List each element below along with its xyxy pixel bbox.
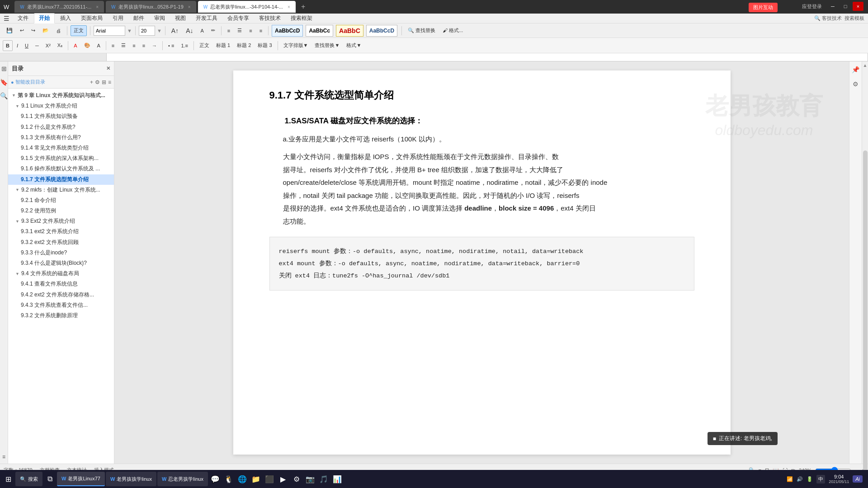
search-panel-icon[interactable]: 🔍: [0, 92, 8, 99]
right-icon-2[interactable]: ⚙: [851, 80, 860, 89]
bookmark-panel-icon[interactable]: 🔖: [0, 79, 8, 86]
start-button[interactable]: ⊞: [2, 473, 14, 485]
tb-icon-terminal[interactable]: ⬛: [263, 473, 276, 485]
nav-item-9-1-6[interactable]: 9.1.6 操作系统默认文件系统及 ...: [8, 164, 114, 174]
style-normal[interactable]: AaBbCcD: [272, 25, 303, 37]
style-3-btn[interactable]: 标题 3: [255, 40, 274, 51]
new-tab-button[interactable]: +: [297, 1, 309, 12]
nav-item-9-3-2b[interactable]: 9.3.2 文件系统删除原理: [8, 310, 114, 321]
ribbon-tab-insert[interactable]: 插入: [56, 14, 75, 23]
nav-item-9-3-4[interactable]: 9.3.4 什么是逻辑块(Block)?: [8, 258, 114, 268]
text-styles-btn[interactable]: 文字排版▼: [281, 40, 311, 51]
ribbon-tab-mail[interactable]: 邮件: [129, 14, 149, 23]
tb-icon-app3[interactable]: 📊: [331, 473, 344, 485]
nav-item-9-3[interactable]: ▼ 9.3 Ext2 文件系统介绍: [8, 216, 114, 226]
find-btn[interactable]: 查找替换▼: [312, 40, 342, 51]
smart-outline-btn[interactable]: ● 智能改目目录: [11, 79, 45, 85]
nav-item-9-3-2[interactable]: 9.3.2 ext2 文件系统回顾: [8, 237, 114, 248]
align-left-btn2[interactable]: ≡: [109, 40, 117, 51]
format-more-btn[interactable]: 格式▼: [344, 40, 364, 51]
bg-color-picker[interactable]: 🎨: [81, 40, 93, 51]
align-right-button[interactable]: ≡: [246, 25, 255, 36]
ribbon-tab-tech[interactable]: 客技技术: [255, 14, 285, 23]
taskbar-item-3[interactable]: W 忍老男孩学linux: [157, 472, 208, 486]
tab-3-close[interactable]: ×: [288, 5, 290, 9]
taskbar-item-1[interactable]: W 老男孩Linux77: [57, 472, 105, 486]
document-area[interactable]: 老男孩教育 oldboyedu.com 9.1.7 文件系统选型简单介绍 1.S…: [114, 61, 849, 464]
taskbar-view-btn[interactable]: ⧉: [43, 473, 56, 485]
nav-item-9-1-7[interactable]: 9.1.7 文件系统选型简单介绍: [8, 174, 114, 185]
nav-item-9-1-2[interactable]: 9.1.2 什么是文件系统?: [8, 122, 114, 132]
ribbon-tab-home[interactable]: 开始: [34, 13, 55, 23]
tab-2-close[interactable]: ×: [188, 5, 191, 9]
tb-icon-app2[interactable]: 🎵: [317, 473, 330, 485]
align-center-btn2[interactable]: ☰: [118, 40, 128, 51]
nav-item-9-3-1[interactable]: 9.3.1 ext2 文件系统介绍: [8, 226, 114, 237]
font-grow-button[interactable]: A↑: [169, 25, 181, 36]
ribbon-tab-member[interactable]: 会员专享: [223, 14, 254, 23]
tb-icon-media[interactable]: ▶: [277, 473, 289, 485]
nav-item-9-4-1[interactable]: 9.4.1 查看文件系统信息: [8, 279, 114, 289]
underline-button[interactable]: U: [22, 40, 31, 51]
nav-item-9-3-3[interactable]: 9.3.3 什么是inode?: [8, 248, 114, 258]
text-effects[interactable]: A: [94, 40, 103, 51]
highlight-button[interactable]: ✏: [208, 25, 218, 36]
save-button[interactable]: 💾: [4, 25, 15, 36]
font-name-input[interactable]: [94, 26, 125, 36]
collapse-panel-btn[interactable]: ≡: [2, 454, 5, 460]
live-button[interactable]: 图片互动: [749, 3, 778, 12]
scroll-up-btn[interactable]: ▲: [863, 61, 868, 69]
nav-item-9-2-1[interactable]: 9.2.1 命令介绍: [8, 195, 114, 206]
nav-item-9-4[interactable]: ▼ 9.4 文件系统的磁盘布局: [8, 268, 114, 279]
tb-icon-qq[interactable]: 🐧: [222, 473, 235, 485]
tab-1[interactable]: W 老男孩Linux77...20210511-... ×: [14, 1, 104, 13]
nav-item-9-1[interactable]: ▼ 9.1 Linux 文件系统介绍: [8, 101, 114, 111]
indent-button[interactable]: →: [149, 40, 160, 51]
style-2-btn[interactable]: 标题 2: [234, 40, 254, 51]
account-btn[interactable]: 应登登录: [802, 3, 822, 10]
tb-icon-settings[interactable]: ⚙: [290, 473, 303, 485]
nav-item-9-1-1[interactable]: 9.1.1 文件系统知识预备: [8, 111, 114, 122]
tb-sound-icon[interactable]: 🔊: [797, 476, 803, 482]
nav-item-9-1-5[interactable]: 9.1.5 文件系统的深入体系架构...: [8, 153, 114, 164]
strikethrough-button[interactable]: ─: [33, 40, 42, 51]
bullet-list-btn[interactable]: • ≡: [165, 40, 177, 51]
tab-1-close[interactable]: ×: [96, 5, 99, 9]
align-right-btn2[interactable]: ≡: [130, 40, 138, 51]
sidebar-close-btn[interactable]: ✕: [106, 66, 110, 71]
justify-button[interactable]: ≡: [257, 25, 265, 36]
outline-list-btn[interactable]: ≡: [108, 79, 111, 85]
style-heading1[interactable]: AaBbCc: [306, 25, 333, 37]
document-page[interactable]: 9.1.7 文件系统选型简单介绍 1.SAS/SATA 磁盘对应文件系统的选择：…: [233, 70, 731, 455]
ribbon-tab-references[interactable]: 引用: [108, 14, 128, 23]
format-brush[interactable]: 🖌 格式...: [440, 25, 466, 36]
font-color-picker[interactable]: A: [71, 40, 80, 51]
nav-item-9-1-3[interactable]: 9.1.3 文件系统有什么用?: [8, 132, 114, 143]
font-shrink-button[interactable]: A↓: [183, 25, 196, 36]
tb-icon-file[interactable]: 📁: [250, 473, 262, 485]
size-dropdown-arrow[interactable]: ▼: [157, 28, 162, 33]
nav-item-9-2[interactable]: ▼ 9.2 mkfs：创建 Linux 文件系统...: [8, 185, 114, 195]
tab-3[interactable]: W 忍老男孩学linux...-34-P104-14-... ×: [198, 1, 296, 13]
ribbon-tab-view[interactable]: 视图: [170, 14, 190, 23]
tab-2[interactable]: W 老男孩孩学linux...0528-P1-19 ×: [106, 1, 196, 13]
subscript-button[interactable]: X₂: [55, 40, 65, 51]
ribbon-tab-dev[interactable]: 开发工具: [191, 14, 222, 23]
normal-view-button[interactable]: 正文: [71, 25, 87, 36]
justify-btn2[interactable]: ≡: [140, 40, 148, 51]
scroll-thumb[interactable]: [863, 150, 868, 488]
style-apply-btn[interactable]: 正文: [197, 40, 212, 51]
numbered-list-btn[interactable]: 1.≡: [178, 40, 191, 51]
style-heading3[interactable]: AaBbCcD: [366, 25, 397, 37]
tb-icon-browser[interactable]: 🌐: [236, 473, 249, 485]
style-heading2[interactable]: AaBbC: [336, 25, 363, 37]
close-button[interactable]: ×: [853, 2, 863, 11]
minimize-button[interactable]: ─: [827, 2, 838, 11]
ai-label[interactable]: Ai: [853, 475, 863, 483]
find-replace-button[interactable]: 🔍 查找替换: [405, 25, 438, 36]
fast-search[interactable]: 搜索模板: [844, 15, 864, 22]
nav-item-9-2-2[interactable]: 9.2.2 使用范例: [8, 206, 114, 216]
outline-add-btn[interactable]: +: [90, 79, 93, 85]
nav-item-9-4-3[interactable]: 9.4.3 文件系统查看文件信...: [8, 300, 114, 310]
ribbon-tab-file[interactable]: 文件: [13, 14, 33, 23]
